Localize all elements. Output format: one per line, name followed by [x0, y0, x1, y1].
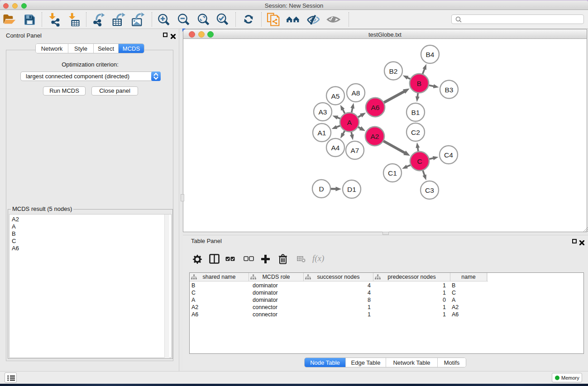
- svg-text:B4: B4: [426, 51, 435, 58]
- svg-text:C3: C3: [425, 186, 434, 194]
- svg-text:A: A: [347, 119, 352, 126]
- svg-text:B3: B3: [445, 86, 454, 94]
- svg-text:C2: C2: [411, 129, 420, 136]
- svg-text:D: D: [319, 185, 324, 193]
- svg-text:B1: B1: [411, 109, 420, 116]
- svg-text:A4: A4: [331, 144, 340, 152]
- svg-text:C1: C1: [388, 169, 397, 177]
- svg-text:A3: A3: [319, 108, 327, 116]
- svg-text:A6: A6: [371, 104, 380, 111]
- svg-text:C: C: [417, 157, 422, 165]
- svg-text:A8: A8: [352, 89, 360, 97]
- svg-text:A7: A7: [351, 147, 359, 154]
- svg-text:B: B: [417, 80, 421, 87]
- svg-text:A2: A2: [371, 133, 379, 140]
- svg-text:A1: A1: [318, 129, 326, 137]
- svg-text:B2: B2: [389, 67, 398, 75]
- svg-text:C4: C4: [444, 151, 453, 159]
- svg-text:A5: A5: [331, 92, 340, 100]
- svg-text:D1: D1: [347, 186, 356, 193]
